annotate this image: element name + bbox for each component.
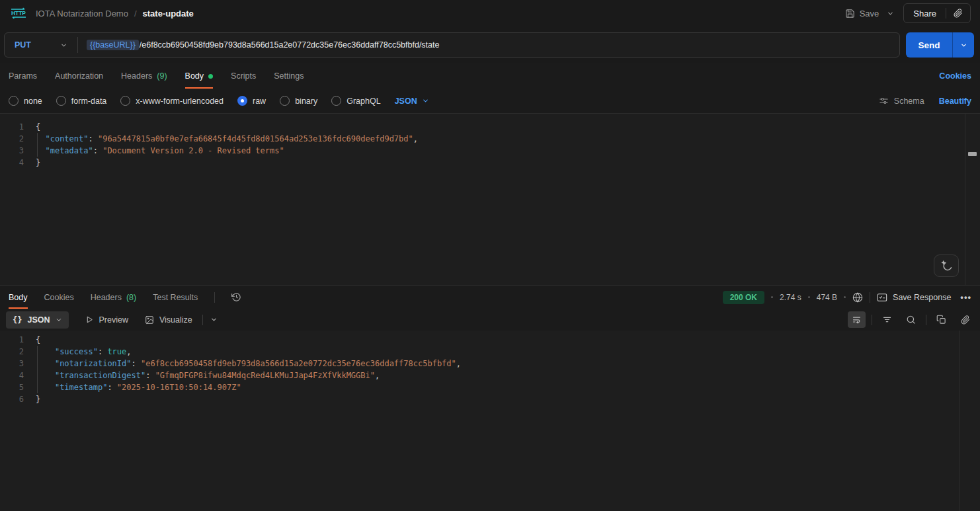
line-number: 1 [0, 334, 24, 346]
format-options-chevron[interactable] [210, 316, 218, 323]
code-line: 1{ [0, 334, 980, 346]
filter-icon [882, 315, 892, 325]
cookies-link[interactable]: Cookies [939, 71, 971, 81]
tab-authorization[interactable]: Authorization [55, 63, 103, 89]
tab-headers[interactable]: Headers (9) [121, 63, 167, 89]
mode-raw[interactable]: raw [237, 96, 266, 106]
url-input[interactable]: {{baseURL}} /e6f8ccb6950458fd9eb793d8a56… [78, 40, 448, 50]
headers-count-badge: (9) [157, 71, 167, 81]
save-response-button[interactable]: Save Response [877, 293, 951, 302]
response-tab-body[interactable]: Body [9, 286, 28, 309]
visualize-button[interactable]: Visualize [145, 315, 192, 325]
request-tabs: Params Authorization Headers (9) Body Sc… [0, 63, 980, 89]
meta-divider [870, 292, 870, 303]
chevron-down-icon [960, 42, 967, 49]
line-number: 4 [0, 370, 24, 381]
response-format-dropdown[interactable]: {} JSON [6, 311, 69, 329]
breadcrumb-request-name[interactable]: state-update [143, 9, 194, 19]
tools-divider [872, 315, 872, 325]
editor-scroll-gutter [960, 331, 960, 511]
editor-scrollbar-thumb[interactable] [968, 152, 977, 156]
mode-binary[interactable]: binary [280, 96, 317, 106]
save-button[interactable]: Save [845, 9, 879, 19]
save-options-chevron[interactable] [887, 10, 894, 17]
sliders-icon [879, 96, 889, 106]
preview-button[interactable]: Preview [85, 315, 128, 325]
send-button-group: Send [906, 32, 974, 58]
method-label: PUT [15, 40, 31, 50]
link-icon [961, 315, 970, 325]
editor-scroll-gutter [965, 114, 965, 285]
radio-icon [120, 96, 130, 106]
request-header-bar: HTTP IOTA Notarization Demo / state-upda… [0, 0, 980, 26]
tab-scripts[interactable]: Scripts [231, 63, 256, 89]
chevron-down-icon [210, 316, 218, 323]
link-icon [954, 9, 963, 18]
image-icon [145, 315, 154, 325]
url-field: PUT {{baseURL}} /e6f8ccb6950458fd9eb793d… [4, 32, 900, 58]
search-button[interactable] [902, 311, 920, 328]
chevron-down-icon [887, 10, 894, 17]
meta-separator-dot [844, 296, 846, 298]
filter-button[interactable] [878, 311, 896, 328]
raw-language-dropdown[interactable]: JSON [395, 97, 429, 106]
history-icon [231, 292, 241, 302]
copy-response-button[interactable] [932, 311, 950, 328]
mode-form-data[interactable]: form-data [56, 96, 107, 106]
postbot-sparkle-icon [940, 259, 953, 272]
response-tab-cookies[interactable]: Cookies [44, 286, 74, 309]
response-time[interactable]: 2.74 s [780, 293, 801, 302]
body-mode-row: none form-data x-www-form-urlencoded raw… [0, 89, 980, 114]
response-body-viewer[interactable]: 1{2 "success": true,3 "notarizationId": … [0, 331, 980, 511]
breadcrumb-separator: / [134, 9, 137, 19]
schema-button[interactable]: Schema [879, 96, 924, 106]
tab-body[interactable]: Body [185, 63, 214, 89]
mode-none[interactable]: none [9, 96, 42, 106]
response-tab-headers[interactable]: Headers (8) [91, 286, 137, 309]
tab-params[interactable]: Params [9, 63, 37, 89]
request-url-row: PUT {{baseURL}} /e6f8ccb6950458fd9eb793d… [0, 26, 980, 63]
share-button[interactable]: Share [904, 9, 946, 19]
save-label: Save [860, 9, 879, 19]
search-icon [906, 315, 916, 325]
response-more-actions-button[interactable]: ••• [960, 292, 971, 302]
globe-icon [852, 292, 863, 303]
send-button[interactable]: Send [906, 32, 952, 58]
response-tab-test-results[interactable]: Test Results [153, 286, 198, 309]
line-number: 6 [0, 393, 24, 405]
radio-icon [9, 96, 19, 106]
send-options-button[interactable] [952, 32, 974, 58]
line-number: 5 [0, 381, 24, 393]
http-request-icon: HTTP [9, 7, 28, 19]
beautify-button[interactable]: Beautify [939, 97, 971, 106]
status-badge[interactable]: 200 OK [723, 291, 764, 304]
code-line: 2 "success": true, [0, 346, 980, 358]
radio-icon [56, 96, 66, 106]
indent-guide [37, 133, 38, 157]
network-info-button[interactable] [852, 292, 863, 303]
response-headers-count-badge: (8) [126, 293, 136, 302]
response-history-button[interactable] [231, 292, 241, 302]
wrap-text-button[interactable] [848, 311, 866, 328]
response-body-code: 1{2 "success": true,3 "notarizationId": … [0, 334, 980, 405]
mode-x-www-form-urlencoded[interactable]: x-www-form-urlencoded [120, 96, 224, 106]
response-link-button[interactable] [956, 311, 974, 328]
tab-settings[interactable]: Settings [274, 63, 304, 89]
copy-icon [936, 315, 946, 325]
mode-graphql[interactable]: GraphQL [331, 96, 380, 106]
copy-link-button[interactable] [946, 9, 970, 18]
code-line: 6} [0, 393, 980, 405]
base-url-variable[interactable]: {{baseURL}} [87, 40, 139, 50]
response-size[interactable]: 474 B [817, 293, 837, 302]
line-number: 1 [0, 121, 24, 133]
breadcrumb-collection[interactable]: IOTA Notarization Demo [36, 9, 128, 19]
line-number: 2 [0, 346, 24, 358]
method-dropdown[interactable]: PUT [5, 40, 77, 50]
radio-icon [280, 96, 290, 106]
code-line: 4 "transactionDigest": "GfmqDFGP8ifwu84M… [0, 370, 980, 381]
request-body-editor[interactable]: 1{2 "content": "96a5447815a0bf0e7efa6684… [0, 114, 980, 285]
meta-separator-dot [808, 296, 810, 298]
code-line: 5 "timestamp": "2025-10-16T10:50:14.907Z… [0, 381, 980, 393]
share-button-group: Share [903, 3, 971, 23]
postbot-assistant-button[interactable] [934, 255, 959, 277]
